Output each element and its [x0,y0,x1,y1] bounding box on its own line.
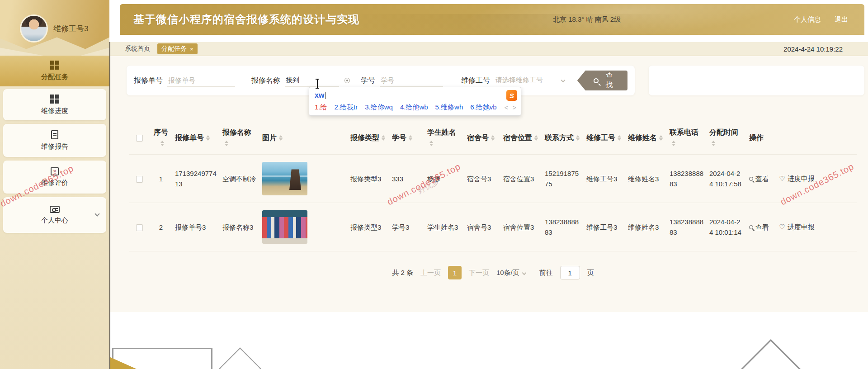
goto-label: 前往 [539,269,553,277]
cell-phone: 13823888883 [667,203,707,251]
repair-orders-table: 序号 报修单号 报修名称 图片 报修类型 学号 学生姓名 宿舍号 宿舍位置 联系… [129,121,857,251]
sidebar-item-label: 分配任务 [41,73,68,81]
student-id-input[interactable] [380,74,443,87]
logout-link[interactable]: 退出 [835,15,848,24]
cell-contact: 13823888883 [542,203,584,251]
sort-icon[interactable] [491,135,495,141]
col-dorm-location: 宿舍位置 [500,121,542,155]
sort-icon[interactable] [618,135,621,141]
ime-prev-icon[interactable]: < [505,104,508,111]
col-order-no: 报修单号 [172,121,220,155]
search-button-label: 查找 [603,71,616,90]
search-button[interactable]: 查找 [577,71,627,90]
grid-icon [50,95,59,104]
sidebar-item-label: 维修进度 [41,107,68,115]
page-unit-label: 页 [587,269,594,277]
sort-icon[interactable] [712,141,715,146]
worker-id-select[interactable]: 请选择维修工号 [495,74,567,87]
sort-icon[interactable] [382,135,385,141]
document-icon [51,130,58,139]
select-placeholder: 请选择维修工号 [495,76,561,85]
text-cursor [315,79,320,90]
sogou-input-icon[interactable]: S [506,90,517,101]
sort-icon[interactable] [225,141,228,146]
ime-next-icon[interactable]: > [513,104,516,111]
order-no-input[interactable] [167,74,235,87]
sort-icon[interactable] [534,135,538,141]
sort-icon[interactable] [429,141,433,146]
row-checkbox[interactable] [136,224,143,231]
prev-page-button[interactable]: 上一页 [420,269,441,277]
select-all-checkbox[interactable] [136,135,143,142]
avatar [20,14,48,43]
cell-worker-name: 维修姓名3 [625,203,667,251]
cell-order-no: 报修单号3 [172,203,220,251]
sort-icon[interactable] [279,135,283,141]
ime-caret [325,92,326,99]
breadcrumb-home[interactable]: 系统首页 [125,45,150,53]
cell-repair-name: 空调不制冷 [220,155,259,203]
cell-assign-time: 2024-04-24 10:01:14 [707,203,746,251]
col-repair-name: 报修名称 [220,121,259,155]
magnifier-icon [749,177,753,181]
top-header: 基于微信小程序的宿舍报修系统的设计与实现 北京 18.3° 晴 南风 2级 个人… [120,4,864,35]
cell-order-no: 1713924977413 [172,155,220,203]
table-row: 1 1713924977413 空调不制冷 报修类型3 333 杨捷 宿舍号3 … [129,155,857,203]
current-page[interactable]: 1 [448,266,462,279]
ime-candidate-3[interactable]: 3.给你wq [365,103,393,112]
sidebar: 维修工号3 分配任务 维修进度 维修报告 维修评价 个人中心 [0,0,109,369]
repair-photo[interactable] [262,210,307,244]
tab-assign-tasks[interactable]: 分配任务 × [157,43,198,54]
cell-repair-type: 报修类型3 [348,203,389,251]
next-page-button[interactable]: 下一页 [469,269,489,277]
close-icon[interactable]: × [190,46,193,52]
sort-icon[interactable] [206,135,210,141]
sidebar-item-repair-report[interactable]: 维修报告 [3,124,106,157]
magnifier-icon [749,225,753,229]
cell-phone: 13823888883 [667,155,707,203]
goto-page-input[interactable] [560,266,580,279]
cell-worker-id: 维修工号3 [584,155,625,203]
ime-candidate-6[interactable]: 6.给她vb [470,103,496,112]
sort-icon[interactable] [409,135,412,141]
col-phone: 联系电话 [667,121,707,155]
tab-bar: 系统首页 分配任务 × 2024-4-24 10:19:22 [110,42,868,56]
user-name: 维修工号3 [53,24,88,34]
weather-info: 北京 18.3° 晴 南风 2级 [553,4,621,35]
chevron-down-icon [561,78,565,83]
col-worker-id: 维修工号 [584,121,625,155]
col-student-id: 学号 [389,121,425,155]
sort-icon[interactable] [160,141,164,146]
search-icon [594,78,599,83]
view-button[interactable]: 查看 [749,222,769,232]
grid-icon [50,61,59,70]
cell-student-id: 学号3 [389,203,425,251]
sidebar-item-personal-center[interactable]: 个人中心 [3,197,106,233]
ime-candidate-1[interactable]: 1.给 [315,103,327,112]
ime-candidate-4[interactable]: 4.给他wb [400,103,428,112]
sort-icon[interactable] [576,135,580,141]
sort-icon[interactable] [672,141,675,146]
progress-report-button[interactable]: 进度申报 [779,222,814,232]
sidebar-item-repair-progress[interactable]: 维修进度 [3,89,106,120]
view-button[interactable]: 查看 [749,174,769,184]
sidebar-item-label: 维修报告 [41,142,68,151]
page-size-select[interactable]: 10条/页 [496,269,526,277]
ime-candidates: 1.给 2.给我tr 3.给你wq 4.给他wb 5.维修wh 6.给她vb <… [309,102,521,115]
worker-id-label: 维修工号 [461,76,490,85]
total-count: 共 2 条 [392,269,413,277]
repair-name-input[interactable] [285,74,339,87]
repair-photo[interactable] [262,162,307,195]
pagination: 共 2 条 上一页 1 下一页 10条/页 前往 页 [129,266,857,279]
cell-repair-type: 报修类型3 [348,155,389,203]
row-checkbox[interactable] [136,176,143,183]
sidebar-item-assign-tasks[interactable]: 分配任务 [0,56,109,86]
cell-dorm-location: 宿舍位置3 [500,155,542,203]
ime-candidate-2[interactable]: 2.给我tr [335,103,358,112]
sort-icon[interactable] [659,135,663,141]
ime-candidate-5[interactable]: 5.维修wh [435,103,463,112]
cell-worker-id: 维修工号3 [584,203,625,251]
profile-link[interactable]: 个人信息 [794,15,821,24]
cell-worker-name: 维修姓名3 [625,155,667,203]
chevron-down-icon [94,211,99,216]
